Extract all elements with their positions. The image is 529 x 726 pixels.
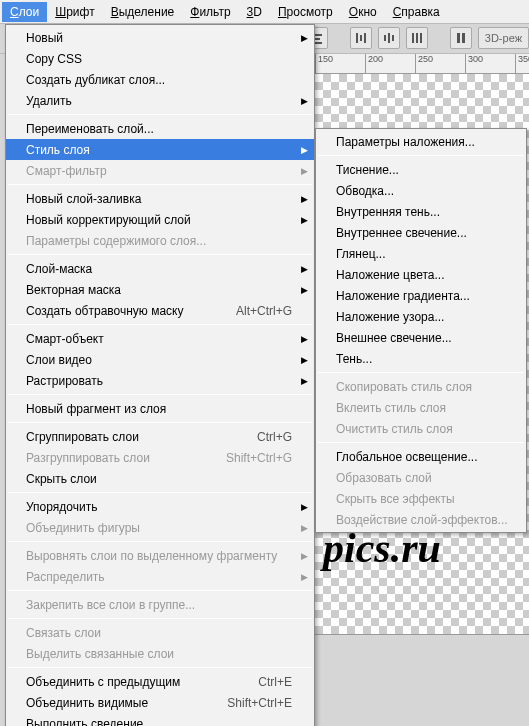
distribute-icon-3[interactable] bbox=[406, 27, 428, 49]
menu-layers-item[interactable]: Copy CSS bbox=[6, 48, 314, 69]
distribute-icon-1[interactable] bbox=[350, 27, 372, 49]
menu-item-label: Удалить bbox=[26, 94, 292, 108]
submenu-layer-style-item[interactable]: Тень... bbox=[316, 348, 526, 369]
submenu-layer-style-item[interactable]: Обводка... bbox=[316, 180, 526, 201]
menu-item-label: Выровнять слои по выделенному фрагменту bbox=[26, 549, 292, 563]
menu-item-label: Тень... bbox=[336, 352, 504, 366]
submenu-layer-style-item[interactable]: Глобальное освещение... bbox=[316, 446, 526, 467]
menu-item-label: Параметры содержимого слоя... bbox=[26, 234, 292, 248]
svg-rect-6 bbox=[356, 33, 358, 43]
mode-3d-button[interactable]: 3D-реж bbox=[478, 27, 529, 49]
submenu-layer-style-item: Скопировать стиль слоя bbox=[316, 376, 526, 397]
submenu-layer-style-item[interactable]: Наложение узора... bbox=[316, 306, 526, 327]
menu-item-label: Внутреннее свечение... bbox=[336, 226, 504, 240]
submenu-arrow-icon: ▶ bbox=[301, 502, 308, 512]
menu-item-label: Новый слой-заливка bbox=[26, 192, 292, 206]
submenu-layer-style-item[interactable]: Глянец... bbox=[316, 243, 526, 264]
menu-layers-item[interactable]: Новый слой-заливка▶ bbox=[6, 188, 314, 209]
menu-layers-item[interactable]: Переименовать слой... bbox=[6, 118, 314, 139]
menu-layers-item[interactable]: Объединить с предыдущимCtrl+E bbox=[6, 671, 314, 692]
menu-item-label: Новый фрагмент из слоя bbox=[26, 402, 292, 416]
menu-layers-item: Объединить фигуры▶ bbox=[6, 517, 314, 538]
menu-layers-item[interactable]: Объединить видимыеShift+Ctrl+E bbox=[6, 692, 314, 713]
submenu-layer-style-item[interactable]: Наложение цвета... bbox=[316, 264, 526, 285]
menu-item-label: Тиснение... bbox=[336, 163, 504, 177]
menu-separator bbox=[8, 422, 312, 423]
menu-item-label: Выделить связанные слои bbox=[26, 647, 292, 661]
menu-item-shortcut: Ctrl+E bbox=[258, 675, 292, 689]
menubar-item[interactable]: Просмотр bbox=[270, 2, 341, 22]
menu-separator bbox=[318, 372, 524, 373]
menu-layers-item[interactable]: Удалить▶ bbox=[6, 90, 314, 111]
menu-item-label: Растрировать bbox=[26, 374, 292, 388]
menu-layers-item[interactable]: Слой-маска▶ bbox=[6, 258, 314, 279]
menu-item-label: Глобальное освещение... bbox=[336, 450, 504, 464]
menu-layers-item[interactable]: Новый фрагмент из слоя bbox=[6, 398, 314, 419]
menu-separator bbox=[8, 254, 312, 255]
submenu-arrow-icon: ▶ bbox=[301, 166, 308, 176]
menu-item-label: Новый bbox=[26, 31, 292, 45]
menu-item-label: Создать дубликат слоя... bbox=[26, 73, 292, 87]
svg-rect-15 bbox=[457, 33, 460, 43]
menu-item-label: Наложение узора... bbox=[336, 310, 504, 324]
menu-layers-item[interactable]: Смарт-объект▶ bbox=[6, 328, 314, 349]
menubar-item[interactable]: Слои bbox=[2, 2, 47, 22]
menu-separator bbox=[318, 442, 524, 443]
submenu-layer-style-item[interactable]: Наложение градиента... bbox=[316, 285, 526, 306]
menu-item-shortcut: Alt+Ctrl+G bbox=[236, 304, 292, 318]
menu-layers-item[interactable]: Скрыть слои bbox=[6, 468, 314, 489]
submenu-arrow-icon: ▶ bbox=[301, 264, 308, 274]
menubar-item[interactable]: Окно bbox=[341, 2, 385, 22]
menu-separator bbox=[318, 155, 524, 156]
menu-layers-item[interactable]: Создать обтравочную маскуAlt+Ctrl+G bbox=[6, 300, 314, 321]
menu-layers-item[interactable]: Новый корректирующий слой▶ bbox=[6, 209, 314, 230]
menu-layers-item[interactable]: Сгруппировать слоиCtrl+G bbox=[6, 426, 314, 447]
submenu-layer-style-item[interactable]: Параметры наложения... bbox=[316, 131, 526, 152]
menubar-item[interactable]: Шрифт bbox=[47, 2, 102, 22]
svg-rect-16 bbox=[462, 33, 465, 43]
menu-item-label: Образовать слой bbox=[336, 471, 504, 485]
distribute-icon-2[interactable] bbox=[378, 27, 400, 49]
menu-layers-item: Разгруппировать слоиShift+Ctrl+G bbox=[6, 447, 314, 468]
menu-item-label: Внутренняя тень... bbox=[336, 205, 504, 219]
svg-rect-9 bbox=[384, 35, 386, 41]
menu-layers-item[interactable]: Новый▶ bbox=[6, 27, 314, 48]
menu-layers-item[interactable]: Упорядочить▶ bbox=[6, 496, 314, 517]
menu-separator bbox=[8, 492, 312, 493]
submenu-arrow-icon: ▶ bbox=[301, 285, 308, 295]
menu-item-label: Смарт-объект bbox=[26, 332, 292, 346]
submenu-arrow-icon: ▶ bbox=[301, 33, 308, 43]
submenu-layer-style-item: Вклеить стиль слоя bbox=[316, 397, 526, 418]
svg-rect-11 bbox=[392, 35, 394, 41]
menubar: СлоиШрифтВыделениеФильтр3DПросмотрОкноСп… bbox=[0, 0, 529, 24]
menubar-item[interactable]: Справка bbox=[385, 2, 448, 22]
menubar-item[interactable]: Фильтр bbox=[182, 2, 238, 22]
menu-layers-item[interactable]: Выполнить сведение bbox=[6, 713, 314, 726]
menu-item-label: Вклеить стиль слоя bbox=[336, 401, 504, 415]
distribute-icon-4[interactable] bbox=[450, 27, 472, 49]
ruler-tick: 300 bbox=[465, 54, 483, 74]
submenu-layer-style-item[interactable]: Внутреннее свечение... bbox=[316, 222, 526, 243]
submenu-layer-style-item: Очистить стиль слоя bbox=[316, 418, 526, 439]
menubar-item[interactable]: 3D bbox=[239, 2, 270, 22]
menu-layers: Новый▶Copy CSSСоздать дубликат слоя...Уд… bbox=[5, 24, 315, 726]
submenu-layer-style-item[interactable]: Тиснение... bbox=[316, 159, 526, 180]
submenu-layer-style-item[interactable]: Внешнее свечение... bbox=[316, 327, 526, 348]
menu-layers-item[interactable]: Создать дубликат слоя... bbox=[6, 69, 314, 90]
submenu-layer-style-item: Образовать слой bbox=[316, 467, 526, 488]
menu-item-label: Параметры наложения... bbox=[336, 135, 504, 149]
menu-layers-item[interactable]: Растрировать▶ bbox=[6, 370, 314, 391]
svg-rect-12 bbox=[412, 33, 414, 43]
menu-layers-item[interactable]: Слои видео▶ bbox=[6, 349, 314, 370]
menu-separator bbox=[8, 324, 312, 325]
menu-layers-item[interactable]: Векторная маска▶ bbox=[6, 279, 314, 300]
menubar-item[interactable]: Выделение bbox=[103, 2, 183, 22]
menu-item-label: Сгруппировать слои bbox=[26, 430, 257, 444]
menu-layers-item[interactable]: Стиль слоя▶ bbox=[6, 139, 314, 160]
menu-layers-item: Смарт-фильтр▶ bbox=[6, 160, 314, 181]
submenu-layer-style-item[interactable]: Внутренняя тень... bbox=[316, 201, 526, 222]
menu-item-label: Глянец... bbox=[336, 247, 504, 261]
menu-item-label: Закрепить все слои в группе... bbox=[26, 598, 292, 612]
menu-item-label: Слои видео bbox=[26, 353, 292, 367]
submenu-arrow-icon: ▶ bbox=[301, 523, 308, 533]
